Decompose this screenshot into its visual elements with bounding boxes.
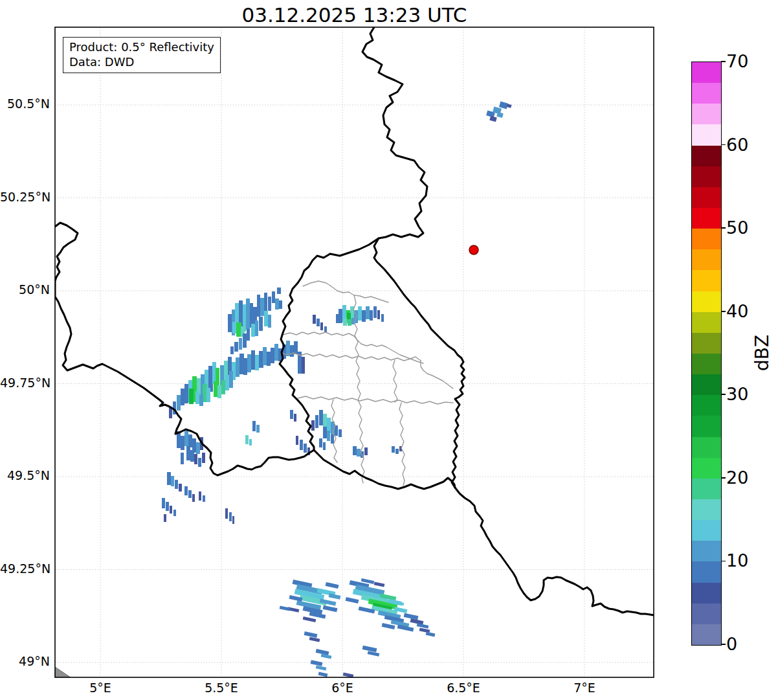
echo-cell: [264, 293, 267, 312]
echo-cell: [252, 421, 256, 431]
echo-cell: [189, 389, 194, 404]
echo-cell: [203, 495, 205, 502]
echo-cell: [217, 385, 221, 398]
colorbar-tick-label: 50: [726, 218, 772, 238]
colorbar-tick-mark: [721, 311, 726, 312]
echo-cell: [294, 414, 296, 422]
echo-cell: [279, 300, 282, 309]
echo-cell: [167, 472, 171, 485]
echo-cell: [232, 322, 236, 333]
echo-cell: [353, 446, 357, 455]
canton-border: [421, 361, 453, 389]
echo-cell: [255, 355, 259, 370]
echo-cell: [275, 299, 279, 310]
echo-cell: [304, 444, 307, 453]
echo-cell: [181, 453, 184, 464]
echo-cell: [195, 391, 199, 404]
echo-cell: [177, 395, 181, 411]
y-tick-label: 50°N: [0, 282, 50, 299]
colorbar-tick-mark: [721, 477, 726, 479]
echo-cell: [228, 314, 232, 332]
echo-cell: [313, 315, 316, 324]
echo-cell: [300, 440, 303, 450]
echo-cell: [370, 310, 373, 321]
echo-cell: [199, 394, 203, 406]
echo-cell: [319, 438, 322, 447]
x-tick-label: 6.5°E: [428, 681, 499, 695]
echo-cell: [245, 435, 249, 444]
echo-cell: [274, 344, 278, 361]
y-tick-label: 49.25°N: [0, 561, 50, 578]
radar-site-marker: [469, 245, 478, 254]
x-tick-label: 6°E: [307, 681, 378, 695]
echo-cell: [346, 597, 359, 604]
echo-cell: [392, 446, 395, 453]
echo-cell: [320, 322, 323, 330]
echo-cell: [362, 646, 377, 652]
echo-cell: [316, 665, 327, 670]
echo-cell: [232, 516, 234, 524]
echo-cell: [184, 486, 188, 495]
canton-border: [358, 400, 364, 483]
echo-cell: [374, 581, 385, 587]
echo-cell: [277, 288, 281, 294]
echo-cell: [166, 502, 169, 511]
echo-cell: [317, 319, 320, 326]
echo-cell: [331, 435, 334, 444]
colorbar-tick-mark: [721, 394, 726, 395]
canton-border: [393, 360, 397, 402]
country-border-belgium-germany: [362, 27, 427, 238]
echo-cell: [251, 324, 255, 337]
colorbar-tick-mark: [721, 144, 726, 146]
echo-cell: [171, 476, 174, 486]
echo-cell: [249, 439, 252, 446]
echo-cell: [229, 512, 232, 521]
echo-cell: [368, 651, 380, 657]
echo-cell: [336, 314, 339, 323]
colorbar-tick-mark: [721, 561, 726, 562]
echo-cell: [303, 616, 317, 622]
y-tick-label: 50.5°N: [0, 96, 50, 113]
echo-cell: [243, 333, 247, 348]
annotation-product-line: Product: 0.5° Reflectivity: [69, 40, 214, 54]
echo-cell: [426, 632, 436, 637]
echo-cell: [267, 352, 271, 366]
echo-cell: [230, 346, 234, 354]
echo-cell: [190, 450, 194, 462]
map-canvas: [0, 0, 778, 700]
echo-cell: [268, 297, 271, 311]
echo-cell: [395, 449, 399, 454]
x-tick-label: 5.5°E: [186, 681, 257, 695]
colorbar-tick-label: 10: [726, 550, 772, 571]
echo-cell: [489, 116, 496, 122]
y-tick-label: 49°N: [0, 654, 50, 671]
echo-cell: [214, 381, 218, 397]
colorbar-tick-label: 30: [726, 384, 772, 405]
echo-cell: [373, 306, 377, 318]
annotation-box: Product: 0.5° Reflectivity Data: DWD: [63, 37, 221, 73]
echo-cell: [181, 436, 184, 450]
colorbar-tick-mark: [721, 644, 726, 645]
echo-cell: [304, 631, 318, 638]
echo-cell: [255, 321, 258, 336]
echo-cell: [198, 458, 201, 467]
colorbar-tick-label: 0: [726, 634, 772, 655]
echo-cell: [358, 306, 362, 321]
echo-cell: [246, 299, 250, 330]
echo-cell: [225, 375, 229, 390]
echo-cell: [162, 498, 165, 508]
y-tick-label: 49.5°N: [0, 468, 50, 485]
echo-cell: [173, 510, 176, 516]
x-tick-label: 5°E: [65, 681, 136, 695]
echo-cell: [506, 104, 511, 108]
echo-cell: [264, 311, 268, 326]
echo-cell: [260, 298, 264, 316]
y-tick-label: 50.25°N: [0, 190, 50, 207]
echo-cell: [202, 453, 205, 463]
echo-cell: [179, 484, 182, 491]
echo-cell: [348, 319, 351, 326]
echo-cell: [164, 514, 166, 522]
colorbar-tick-mark: [721, 61, 726, 62]
echo-cell: [247, 329, 250, 341]
echo-cell: [196, 442, 200, 454]
